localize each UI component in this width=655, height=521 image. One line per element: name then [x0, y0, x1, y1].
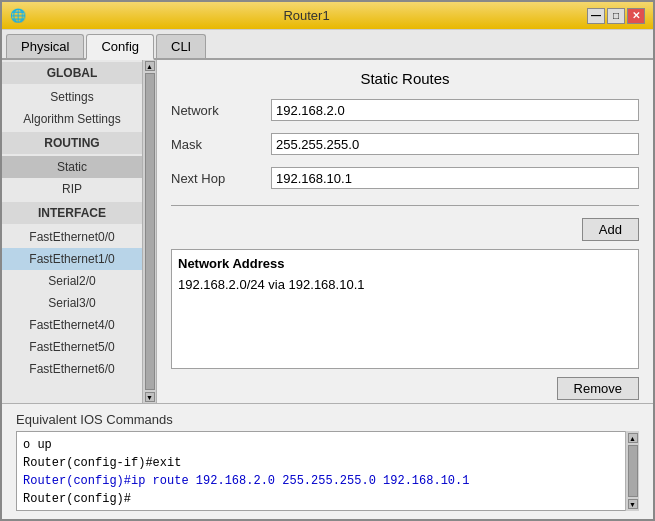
- console-scroll-down[interactable]: ▼: [628, 499, 638, 509]
- tab-physical[interactable]: Physical: [6, 34, 84, 58]
- title-buttons: — □ ✕: [587, 8, 645, 24]
- route-entry: 192.168.2.0/24 via 192.168.10.1: [178, 277, 632, 292]
- sidebar-item-fastethernet0-0[interactable]: FastEthernet0/0: [2, 226, 142, 248]
- remove-button[interactable]: Remove: [557, 377, 639, 400]
- console-line-0: o up: [23, 436, 620, 454]
- nexthop-row: Next Hop: [171, 167, 639, 189]
- routes-box: Network Address 192.168.2.0/24 via 192.1…: [171, 249, 639, 369]
- sidebar-item-settings[interactable]: Settings: [2, 86, 142, 108]
- remove-row: Remove: [171, 377, 639, 400]
- scroll-thumb[interactable]: [145, 73, 155, 390]
- sidebar-item-fastethernet4-0[interactable]: FastEthernet4/0: [2, 314, 142, 336]
- tab-cli[interactable]: CLI: [156, 34, 206, 58]
- network-input[interactable]: [271, 99, 639, 121]
- bottom-title: Equivalent IOS Commands: [16, 412, 639, 427]
- sidebar-scrollbar[interactable]: ▲ ▼: [142, 60, 156, 403]
- content-area: GLOBAL Settings Algorithm Settings ROUTI…: [2, 60, 653, 403]
- sidebar-item-static[interactable]: Static: [2, 156, 142, 178]
- add-row: Add: [171, 218, 639, 241]
- sidebar-item-fastethernet5-0[interactable]: FastEthernet5/0: [2, 336, 142, 358]
- add-button[interactable]: Add: [582, 218, 639, 241]
- mask-row: Mask: [171, 133, 639, 155]
- console-scrollbar[interactable]: ▲ ▼: [625, 431, 639, 511]
- sidebar-section-routing: ROUTING: [2, 132, 142, 154]
- tab-config[interactable]: Config: [86, 34, 154, 60]
- sidebar-item-serial2-0[interactable]: Serial2/0: [2, 270, 142, 292]
- console-scroll-thumb[interactable]: [628, 445, 638, 497]
- sidebar-item-fastethernet6-0[interactable]: FastEthernet6/0: [2, 358, 142, 380]
- console-box[interactable]: o up Router(config-if)#exit Router(confi…: [16, 431, 639, 511]
- network-row: Network: [171, 99, 639, 121]
- mask-input[interactable]: [271, 133, 639, 155]
- right-panel: Static Routes Network Mask Next Hop Add …: [157, 60, 653, 403]
- console-line-2: Router(config)#ip route 192.168.2.0 255.…: [23, 472, 620, 490]
- nexthop-label: Next Hop: [171, 171, 271, 186]
- minimize-button[interactable]: —: [587, 8, 605, 24]
- routes-box-header: Network Address: [178, 256, 632, 271]
- section-title: Static Routes: [171, 70, 639, 87]
- sidebar-item-algorithm-settings[interactable]: Algorithm Settings: [2, 108, 142, 130]
- console-line-1: Router(config-if)#exit: [23, 454, 620, 472]
- window-title: Router1: [26, 8, 587, 23]
- main-window: 🌐 Router1 — □ ✕ Physical Config CLI GLOB…: [0, 0, 655, 521]
- app-icon: 🌐: [10, 8, 26, 24]
- scroll-up-arrow[interactable]: ▲: [145, 61, 155, 71]
- title-bar: 🌐 Router1 — □ ✕: [2, 2, 653, 30]
- close-button[interactable]: ✕: [627, 8, 645, 24]
- form-divider: [171, 205, 639, 206]
- tabs-bar: Physical Config CLI: [2, 30, 653, 60]
- console-wrapper: o up Router(config-if)#exit Router(confi…: [16, 431, 639, 511]
- scroll-down-arrow[interactable]: ▼: [145, 392, 155, 402]
- console-line-3: Router(config)#: [23, 490, 620, 508]
- sidebar-section-interface: INTERFACE: [2, 202, 142, 224]
- console-scroll-up[interactable]: ▲: [628, 433, 638, 443]
- nexthop-input[interactable]: [271, 167, 639, 189]
- bottom-section: Equivalent IOS Commands o up Router(conf…: [2, 403, 653, 519]
- sidebar-item-rip[interactable]: RIP: [2, 178, 142, 200]
- sidebar-item-serial3-0[interactable]: Serial3/0: [2, 292, 142, 314]
- sidebar-section-global: GLOBAL: [2, 62, 142, 84]
- sidebar: GLOBAL Settings Algorithm Settings ROUTI…: [2, 60, 142, 403]
- network-label: Network: [171, 103, 271, 118]
- sidebar-item-fastethernet1-0[interactable]: FastEthernet1/0: [2, 248, 142, 270]
- maximize-button[interactable]: □: [607, 8, 625, 24]
- mask-label: Mask: [171, 137, 271, 152]
